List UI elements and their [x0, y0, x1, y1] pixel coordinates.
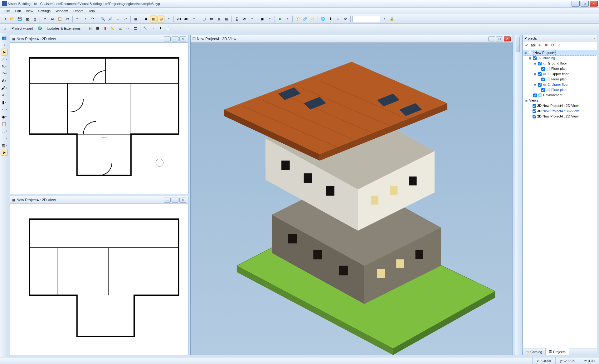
layer-visibility-icon[interactable]: 👁: [241, 16, 248, 22]
window-restore-button[interactable]: ❐: [581, 1, 589, 7]
collapse-icon[interactable]: ▣: [533, 61, 537, 66]
collapse-icon[interactable]: ▣: [524, 98, 528, 103]
window2-icon[interactable]: 🗔: [132, 25, 139, 32]
project-wizard-button[interactable]: Project wizard: [9, 25, 36, 32]
tree-upper-floor-2[interactable]: ▣ ▭ 2. Upper floor: [523, 82, 596, 87]
undo-dropdown-icon[interactable]: [82, 16, 89, 22]
updates-extensions-button[interactable]: Updates & Extensions: [44, 25, 83, 32]
search-dropdown-icon[interactable]: [381, 16, 388, 22]
star-icon[interactable]: ✦: [157, 25, 164, 32]
collapse-icon[interactable]: ▣: [533, 71, 537, 77]
tree-checkbox[interactable]: [538, 83, 542, 87]
marker-tool-icon[interactable]: ▮: [1, 99, 7, 106]
refresh-tree-icon[interactable]: ⟳: [550, 42, 556, 48]
subwin-close-button[interactable]: ✕: [504, 36, 511, 41]
render-dropdown-icon[interactable]: [266, 16, 273, 22]
tree-checkbox[interactable]: [533, 104, 536, 108]
open-file-icon[interactable]: 📂: [9, 16, 16, 22]
tree-checkbox[interactable]: [538, 62, 542, 65]
view-3d-canvas[interactable]: [191, 43, 513, 355]
link-icon[interactable]: 🔗: [302, 16, 309, 22]
tab-projects[interactable]: ☰ Projects: [546, 348, 569, 355]
house-icon[interactable]: ⌂: [1, 25, 8, 32]
subwin-maximize-button[interactable]: ❐: [172, 198, 178, 203]
plus-icon[interactable]: ✚: [537, 42, 543, 48]
view-3d-button[interactable]: 3D: [183, 16, 190, 22]
subwin-close-button[interactable]: ✕: [179, 198, 186, 203]
render-icon[interactable]: ▣: [259, 16, 265, 22]
window-close-button[interactable]: ✕: [590, 1, 598, 7]
undo-icon[interactable]: ↶: [74, 16, 81, 22]
menu-edit[interactable]: Edit: [12, 8, 23, 13]
collapse-icon[interactable]: ▣: [524, 50, 528, 55]
rename-icon[interactable]: abl: [530, 42, 536, 48]
subwin-2d-top-titlebar[interactable]: ▦ New Project4 : 2D View — ❐ ✕: [10, 35, 188, 43]
window-tile-v-icon[interactable]: ▯: [216, 16, 222, 22]
window-tile-h-icon[interactable]: ▭: [208, 16, 215, 22]
globe-icon[interactable]: 🌍: [37, 25, 43, 32]
subwin-2d-bottom-titlebar[interactable]: ▦ New Project4 : 2D View — ❐ ✕: [10, 196, 188, 204]
brush-tool-icon[interactable]: 🖌: [1, 84, 7, 91]
extras-tool-icon[interactable]: ◆: [1, 113, 7, 120]
tree-checkbox[interactable]: [533, 56, 537, 60]
collapse-icon[interactable]: ▣: [533, 82, 537, 87]
tree-floor-plan-1[interactable]: 📄 Floor plan: [523, 66, 596, 71]
grid-icon[interactable]: ▦: [132, 16, 139, 22]
magic-icon[interactable]: ✨: [309, 16, 316, 22]
scrollbar-thumb[interactable]: [516, 37, 520, 52]
zoom-out-icon[interactable]: 🔎: [107, 16, 114, 22]
plan-b-canvas[interactable]: [10, 204, 188, 355]
check-icon[interactable]: ✔: [524, 42, 529, 48]
tree-view-item-1[interactable]: 3D New Project4 : 3D-View: [523, 108, 596, 114]
snap-ortho-icon[interactable]: ▥: [150, 16, 157, 22]
layer-dropdown-icon[interactable]: [248, 16, 255, 22]
window-minimize-button[interactable]: —: [572, 1, 580, 7]
subwin-maximize-button[interactable]: ❐: [172, 36, 178, 41]
tree-ground-floor[interactable]: ▣ ▭ Ground floor: [523, 61, 596, 66]
subwin-maximize-button[interactable]: ❐: [496, 36, 503, 41]
clipboard-tool-icon[interactable]: 📋: [1, 120, 7, 127]
tree-checkbox[interactable]: [541, 78, 545, 81]
snap-options-icon[interactable]: [165, 16, 172, 22]
line-tool-icon[interactable]: ／: [1, 56, 7, 63]
area-icon[interactable]: ▱: [124, 25, 131, 32]
menu-window[interactable]: Window: [53, 8, 70, 13]
tree-checkbox[interactable]: [533, 93, 537, 97]
terrain-icon[interactable]: ⛰: [117, 25, 124, 32]
tree-checkbox[interactable]: [541, 88, 545, 92]
view-dropdown-icon[interactable]: [190, 16, 197, 22]
grid-tool-icon[interactable]: ▦: [94, 25, 101, 32]
tree-floor-plan-3[interactable]: 📄 Floor plan: [523, 87, 596, 93]
box-tool-icon[interactable]: ▢: [1, 127, 7, 134]
subwin-minimize-button[interactable]: —: [164, 36, 171, 41]
new-file-icon[interactable]: 🗋: [1, 16, 8, 22]
walls-icon[interactable]: ⌸: [87, 25, 94, 32]
projects-panel-title[interactable]: Projects ▾: [523, 35, 597, 41]
pencil-tool-icon[interactable]: ✎: [1, 63, 7, 70]
delete-icon[interactable]: ✖: [543, 42, 549, 48]
paste-icon[interactable]: 📋: [56, 16, 63, 22]
tree-floor-plan-2[interactable]: 📄 Floor plan: [523, 77, 596, 82]
layer-icon[interactable]: 🗄: [233, 16, 240, 22]
plan-a-canvas[interactable]: [10, 43, 188, 194]
view-2d-button[interactable]: 2D: [175, 16, 182, 22]
earth-icon[interactable]: 🌐: [319, 16, 326, 22]
refresh-icon[interactable]: ⟳: [342, 16, 349, 22]
arc-tool-icon[interactable]: ◠: [1, 70, 7, 77]
snap-point-icon[interactable]: ◆: [143, 16, 149, 22]
wrench-dropdown-icon[interactable]: [149, 25, 156, 32]
pointer-tool-icon[interactable]: ➤: [1, 149, 7, 156]
menu-settings[interactable]: Settings: [36, 8, 53, 13]
zoom-in-icon[interactable]: 🔍: [100, 16, 106, 22]
tree-views[interactable]: ▣ Views: [523, 98, 596, 103]
tree-checkbox[interactable]: [533, 115, 536, 118]
cut-icon[interactable]: ✂: [41, 16, 48, 22]
color-swatch-icon[interactable]: ■: [276, 16, 283, 22]
zoom-extents-icon[interactable]: ⤢: [122, 16, 129, 22]
tree-environment[interactable]: 🌐 Environment: [523, 93, 596, 98]
nav-icon[interactable]: 🧭: [294, 16, 301, 22]
color-dropdown-icon[interactable]: [284, 16, 291, 22]
tree-checkbox[interactable]: [541, 67, 545, 71]
people-tool-icon[interactable]: 👥: [1, 34, 7, 41]
home-icon[interactable]: ⌂: [334, 16, 341, 22]
